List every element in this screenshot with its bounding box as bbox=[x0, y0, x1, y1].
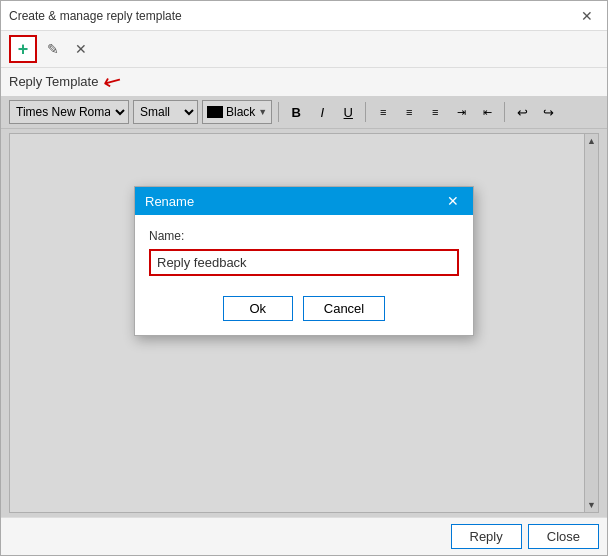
dialog-overlay: Rename ✕ Name: Ok Cancel bbox=[1, 96, 607, 517]
rename-dialog: Rename ✕ Name: Ok Cancel bbox=[134, 186, 474, 336]
toolbar: + ✎ ✕ bbox=[1, 31, 607, 68]
ok-button[interactable]: Ok bbox=[223, 296, 293, 321]
edit-button[interactable]: ✎ bbox=[41, 37, 65, 61]
title-bar: Create & manage reply template ✕ bbox=[1, 1, 607, 31]
close-button[interactable]: Close bbox=[528, 524, 599, 549]
reply-button[interactable]: Reply bbox=[451, 524, 522, 549]
window-close-button[interactable]: ✕ bbox=[575, 6, 599, 26]
reply-template-label: Reply Template bbox=[9, 74, 98, 89]
cancel-button[interactable]: Cancel bbox=[303, 296, 385, 321]
main-window: Create & manage reply template ✕ + ✎ ✕ R… bbox=[0, 0, 608, 556]
window-title: Create & manage reply template bbox=[9, 9, 182, 23]
bottom-bar: Reply Close bbox=[1, 517, 607, 555]
dialog-buttons: Ok Cancel bbox=[135, 286, 473, 335]
delete-button[interactable]: ✕ bbox=[69, 37, 93, 61]
name-label: Name: bbox=[149, 229, 459, 243]
arrow-icon: ↘ bbox=[100, 67, 127, 95]
dialog-close-button[interactable]: ✕ bbox=[443, 193, 463, 209]
dialog-title-bar: Rename ✕ bbox=[135, 187, 473, 215]
name-input[interactable] bbox=[149, 249, 459, 276]
dialog-title: Rename bbox=[145, 194, 194, 209]
add-button[interactable]: + bbox=[9, 35, 37, 63]
dialog-body: Name: bbox=[135, 215, 473, 286]
